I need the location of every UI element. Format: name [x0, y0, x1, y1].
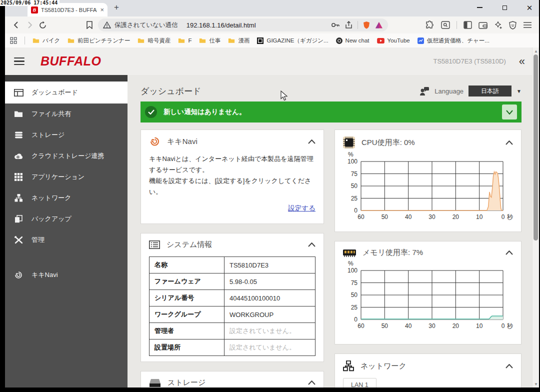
bookmark-item[interactable]: バイク	[32, 37, 60, 44]
sidebar-item-applications[interactable]: アプリケーション	[5, 166, 128, 188]
browser-toolbar: 保護されていない通信 192.168.1.16/detail.html	[5, 16, 539, 34]
kikinavi-icon	[14, 270, 24, 280]
sidebar-item-admin[interactable]: 管理	[5, 230, 128, 250]
tab-strip: B TS5810D7E3 - BUFFALO TeraStat × + ✕	[5, 0, 539, 16]
table-row: シリアル番号40445100100010	[150, 290, 316, 306]
browser-menu-icon[interactable]	[523, 22, 532, 28]
table-row: 設置場所設定されていません。	[150, 340, 316, 356]
reload-button[interactable]	[36, 18, 49, 32]
card-title: ネットワーク	[360, 362, 406, 371]
bookmark-item[interactable]: 仕事	[199, 37, 220, 44]
brave-shield-icon[interactable]	[363, 21, 370, 29]
sidebar-item-file-sharing[interactable]: ファイル共有	[5, 104, 128, 124]
svg-text:10: 10	[476, 214, 483, 220]
address-bar[interactable]: 保護されていない通信 192.168.1.16/detail.html	[98, 18, 388, 32]
svg-text:%: %	[348, 151, 354, 158]
bookmark-item[interactable]: 漫画	[228, 37, 250, 44]
svg-text:50: 50	[351, 292, 358, 298]
back-button[interactable]	[10, 18, 23, 32]
svg-text:%: %	[348, 260, 354, 267]
collapse-card-button[interactable]	[308, 380, 316, 385]
network-topology-icon	[343, 360, 354, 372]
security-label: 保護されていない通信	[114, 21, 178, 30]
svg-text:0: 0	[502, 322, 505, 330]
dashboard-icon	[14, 88, 24, 97]
not-secure-warning-icon	[103, 22, 111, 28]
capture-timestamp: 2025/09/06 17:45:44	[0, 0, 60, 6]
sidebar-panel-icon[interactable]	[464, 21, 472, 29]
language-label: Language	[434, 88, 464, 95]
sidebar-spacer	[5, 250, 128, 264]
scroll-up-arrow[interactable]: ▲	[532, 48, 539, 54]
new-tab-button[interactable]: +	[114, 2, 119, 12]
collapse-panel-icon[interactable]: «	[519, 56, 525, 67]
svg-text:40: 40	[405, 322, 412, 330]
minimize-icon	[477, 7, 482, 8]
chevron-up-icon	[506, 364, 513, 368]
bookmark-item[interactable]: F	[178, 38, 192, 44]
password-key-icon[interactable]	[331, 22, 340, 28]
close-button[interactable]: ✕	[523, 4, 536, 12]
storage-card: ストレージ	[140, 371, 324, 388]
svg-text:秒: 秒	[506, 322, 513, 330]
bookmark-item[interactable]: 前田ピンチランナー	[68, 37, 130, 44]
bookmark-item[interactable]: GIGAZINE（ギガジン...	[257, 37, 328, 44]
bookmark-item[interactable]: YouTube	[377, 38, 410, 44]
sidebar-item-dashboard[interactable]: ダッシュボード	[5, 82, 128, 104]
folder-icon	[199, 38, 206, 44]
minimize-button[interactable]	[473, 7, 486, 8]
svg-text:0: 0	[354, 207, 358, 214]
collapse-card-button[interactable]	[506, 140, 513, 145]
bookmark-item[interactable]: New chat	[336, 38, 370, 44]
tab-lan1[interactable]: LAN 1	[343, 378, 376, 388]
sidebar-item-network[interactable]: ネットワーク	[5, 188, 128, 208]
sidebar-item-backup[interactable]: バックアップ	[5, 208, 128, 230]
notification-expand-button[interactable]	[502, 104, 517, 120]
svg-text:秒: 秒	[506, 214, 513, 220]
configure-link[interactable]: 設定する	[288, 204, 316, 212]
svg-text:20: 20	[452, 322, 460, 330]
apps-grid-icon[interactable]	[10, 37, 17, 44]
folder-icon	[228, 38, 235, 44]
app-grid-icon	[14, 172, 24, 182]
disk-stack-icon	[14, 130, 24, 140]
language-select[interactable]: 日本語	[468, 86, 512, 96]
svg-text:75: 75	[351, 170, 358, 178]
notification-banner: 新しい通知はありません。	[140, 102, 522, 122]
brave-logo-icon[interactable]	[375, 22, 383, 29]
wallet-icon[interactable]	[478, 22, 488, 29]
memory-usage-chart: %02550751006050403020100秒	[343, 260, 513, 336]
scroll-down-arrow[interactable]: ▼	[532, 381, 539, 387]
svg-text:0: 0	[502, 214, 505, 220]
maximize-button[interactable]	[498, 6, 511, 10]
language-caret-icon[interactable]: ▼	[516, 88, 522, 94]
collapse-card-button[interactable]	[506, 364, 513, 368]
divider	[358, 21, 358, 29]
leo-ai-sparkle-icon[interactable]	[494, 21, 502, 30]
collapse-card-button[interactable]	[506, 250, 513, 255]
collapse-card-button[interactable]	[308, 242, 316, 247]
table-row: 管理者設定されていません。	[150, 323, 316, 340]
scrollbar-thumb[interactable]	[534, 54, 538, 240]
buffalo-favicon: B	[31, 6, 38, 14]
collapse-card-button[interactable]	[308, 140, 316, 144]
share-icon[interactable]	[345, 21, 352, 29]
page-scrollbar[interactable]: ▲ ▼	[532, 48, 539, 388]
sidebar: ダッシュボード ファイル共有 ストレージ クラウドストレージ連携	[5, 75, 128, 388]
sidebar-item-cloud-storage[interactable]: クラウドストレージ連携	[5, 146, 128, 166]
url-text: 192.168.1.16/detail.html	[186, 22, 256, 29]
bookmark-item[interactable]: 仮想通貨価格、チャー...	[418, 37, 490, 44]
sidebar-item-kikinavi[interactable]: キキNavi	[5, 264, 128, 286]
forward-button[interactable]	[23, 18, 36, 32]
extensions-icon[interactable]	[426, 20, 434, 30]
folder-icon	[138, 38, 144, 44]
search-tabs-icon[interactable]	[441, 21, 450, 29]
app-menu-icon[interactable]	[14, 58, 24, 66]
back-icon	[12, 21, 20, 29]
sidebar-item-storage[interactable]: ストレージ	[5, 124, 128, 146]
tab-close-icon[interactable]: ×	[100, 6, 104, 14]
bookmark-item[interactable]: 暗号資産	[138, 37, 170, 44]
vpn-shield-icon[interactable]	[509, 21, 516, 30]
bookmark-page-button[interactable]	[83, 18, 96, 32]
svg-text:40: 40	[405, 214, 412, 220]
